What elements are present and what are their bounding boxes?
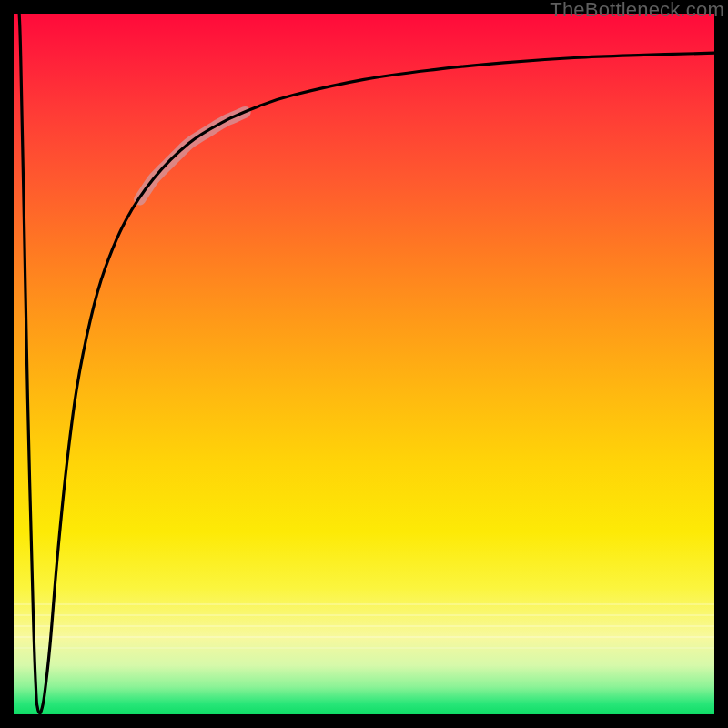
- curve-group: [19, 14, 714, 713]
- highlight-segment-group: [140, 112, 246, 199]
- chart-frame: TheBottleneck.com: [0, 0, 728, 728]
- bottleneck-curve: [19, 14, 714, 713]
- highlight-segment: [140, 112, 246, 199]
- chart-svg: [14, 14, 714, 714]
